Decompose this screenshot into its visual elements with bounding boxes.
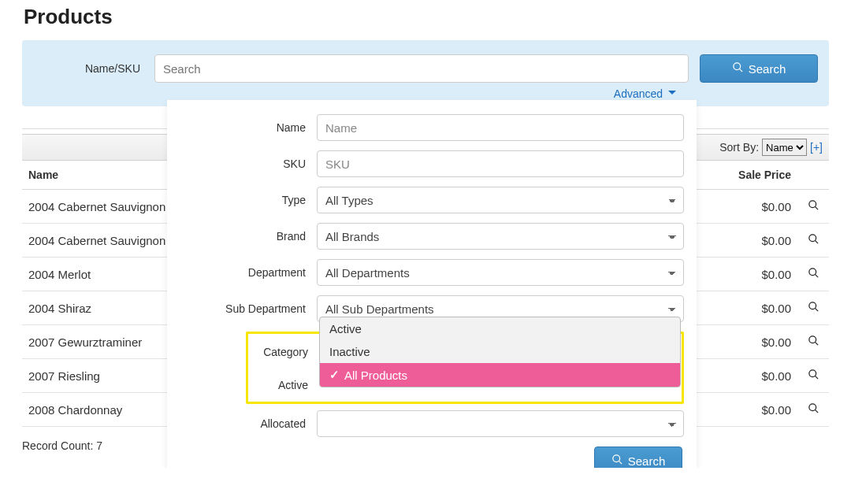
cell-sale-price: $0.00 [703,325,797,359]
cell-sale-price: $0.00 [703,291,797,325]
row-detail-button[interactable] [797,359,829,393]
highlight-active-region: Category Active Inactive All Products Ac… [246,332,684,404]
cell-sale-price: $0.00 [703,393,797,427]
search-button[interactable]: Search [700,54,818,83]
row-detail-button[interactable] [797,291,829,325]
adv-name-input[interactable] [317,114,684,141]
add-sort-link[interactable]: [+] [810,141,823,154]
advanced-toggle[interactable]: Advanced [33,83,818,100]
page-title: Products [24,5,829,29]
svg-point-4 [808,201,816,208]
magnifier-icon [808,233,819,245]
magnifier-icon [808,267,819,279]
row-detail-button[interactable] [797,190,829,224]
adv-category-label: Category [248,346,319,358]
magnifier-icon [808,402,819,414]
adv-allocated-label: Allocated [180,417,317,430]
adv-search-button[interactable]: Search [594,447,682,468]
active-option-active[interactable]: Active [320,317,680,340]
adv-type-select[interactable]: All Types [317,187,684,213]
advanced-panel: Name SKU Type All Types Brand All Brands… [167,100,697,468]
svg-point-2 [613,455,620,462]
sort-by-label: Sort By: [719,141,759,154]
svg-line-17 [815,410,818,413]
adv-brand-select[interactable]: All Brands [317,223,684,250]
adv-allocated-select[interactable] [317,410,684,437]
svg-line-9 [815,274,818,277]
search-label: Name/SKU [33,62,143,75]
adv-sku-label: SKU [180,158,317,170]
search-button-label: Search [749,62,786,76]
svg-point-0 [734,63,741,70]
search-icon [611,454,623,468]
svg-line-7 [815,240,818,243]
active-option-inactive[interactable]: Inactive [320,340,680,363]
row-detail-button[interactable] [797,258,829,291]
magnifier-icon [808,301,819,313]
adv-brand-label: Brand [180,230,317,243]
svg-point-8 [808,269,816,276]
svg-point-16 [808,404,816,411]
svg-point-10 [808,302,816,309]
row-detail-button[interactable] [797,393,829,427]
magnifier-icon [808,335,819,346]
cell-sale-price: $0.00 [703,224,797,258]
svg-line-5 [815,206,818,209]
svg-line-13 [815,342,818,345]
adv-search-button-label: Search [628,454,666,468]
magnifier-icon [808,199,819,211]
svg-line-1 [739,69,742,72]
svg-line-15 [815,376,818,379]
svg-point-12 [808,336,816,343]
sort-select[interactable]: Name [762,139,807,156]
search-input[interactable] [154,54,689,83]
search-icon [732,61,744,76]
search-bar: Name/SKU Search Advanced Name SKU Type [22,40,829,106]
row-detail-button[interactable] [797,325,829,359]
adv-active-label: Active [248,379,319,391]
adv-name-label: Name [180,121,317,134]
cell-sale-price: $0.00 [703,359,797,393]
svg-point-6 [808,235,816,242]
cell-sale-price: $0.00 [703,190,797,224]
adv-sku-input[interactable] [317,150,684,177]
adv-type-label: Type [180,194,317,206]
magnifier-icon [808,369,819,380]
active-dropdown-menu: Active Inactive All Products [319,317,681,387]
col-sale-price: Sale Price [703,161,797,190]
row-detail-button[interactable] [797,224,829,258]
svg-line-3 [619,461,622,464]
svg-point-14 [808,370,816,377]
adv-dept-select[interactable]: All Departments [317,259,684,286]
cell-sale-price: $0.00 [703,258,797,291]
adv-dept-label: Department [180,266,317,279]
active-option-all[interactable]: All Products [320,363,680,387]
adv-subdept-label: Sub Department [180,302,317,315]
svg-line-11 [815,308,818,311]
